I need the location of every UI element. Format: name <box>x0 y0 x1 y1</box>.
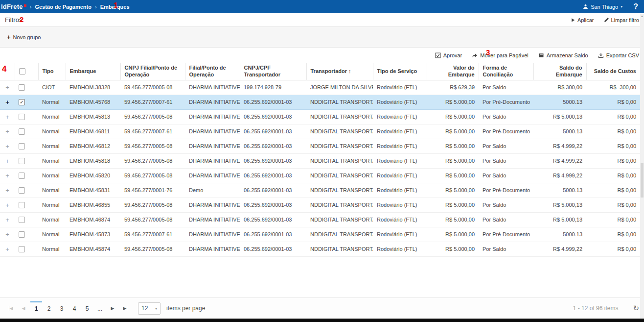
row-checkbox[interactable]: ✓ <box>19 99 25 105</box>
table-row[interactable]: +NormalEMBHOM.4681259.456.277/0005-08DHA… <box>0 139 640 153</box>
table-row[interactable]: +NormalEMBHOM.4582059.456.277/0005-08DHA… <box>0 168 640 183</box>
column-header-tipo[interactable]: Tipo <box>38 63 66 80</box>
header-checkbox-cell <box>15 63 38 80</box>
expand-row-icon[interactable]: + <box>5 172 9 179</box>
download-icon <box>598 52 604 58</box>
cell: R$ 5.000,00 <box>427 168 479 183</box>
column-header-filial[interactable]: Filial/Ponto de Operação <box>185 63 240 80</box>
table-row[interactable]: +CIOTEMBHOM.3832859.456.277/0005-08DHARM… <box>0 80 640 95</box>
approve-button[interactable]: Aprovar <box>435 52 462 58</box>
apply-filter-button[interactable]: Aplicar <box>571 17 594 23</box>
column-header-cnpj-cpf-transportador[interactable]: CNPJ/CPF Transportador <box>240 63 306 80</box>
new-group-button[interactable]: + Novo grupo <box>7 33 41 41</box>
table-row[interactable]: +NormalEMBHOM.4587459.456.277/0005-08DHA… <box>0 242 640 256</box>
row-checkbox[interactable] <box>19 128 25 135</box>
row-checkbox[interactable] <box>19 114 25 120</box>
column-header-transportador[interactable]: Transportador↑ <box>306 63 373 80</box>
table-row[interactable]: +NormalEMBHOM.4687459.456.277/0005-08DHA… <box>0 212 640 227</box>
cell: Por Saldo <box>479 242 533 256</box>
logo-text: ldFrete <box>1 3 23 10</box>
expand-row-icon[interactable]: + <box>5 128 9 135</box>
cell: R$ 4.999,22 <box>533 168 586 183</box>
table-row[interactable]: +NormalEMBHOM.4587359.456.277/0007-61DHA… <box>0 227 640 242</box>
row-checkbox[interactable] <box>19 173 25 179</box>
table-row[interactable]: +NormalEMBHOM.4681159.456.277/0007-61DHA… <box>0 124 640 139</box>
row-checkbox[interactable] <box>19 187 25 194</box>
cell: R$ 0,00 <box>586 124 640 139</box>
row-checkbox[interactable] <box>19 231 25 238</box>
app-logo[interactable]: ldFrete <box>1 3 26 10</box>
column-header-tipo-de-servico[interactable]: Tipo de Serviço <box>373 63 427 80</box>
page-button-4[interactable]: 4 <box>69 301 80 315</box>
table-row[interactable]: +NormalEMBHOM.4581359.456.277/0005-08DHA… <box>0 109 640 124</box>
scrollbar-up-arrow[interactable]: ▲ <box>640 14 644 19</box>
page-button-3[interactable]: 3 <box>56 301 68 315</box>
cell: Rodoviário (FTL) <box>373 95 427 109</box>
row-checkbox[interactable] <box>19 143 25 149</box>
table-row[interactable]: +NormalEMBHOM.4581859.456.277/0005-08DHA… <box>0 153 640 168</box>
export-csv-button[interactable]: Exportar CSV <box>598 52 639 58</box>
column-header-valor-do-embarque[interactable]: Valor do Embarque <box>427 63 479 80</box>
cell: DHARMA INITIATIVE <box>185 242 240 256</box>
column-header-forma-de-conciliacao[interactable]: Forma de Conciliação <box>479 63 533 80</box>
scrollbar-thumb[interactable] <box>641 163 644 198</box>
previous-page-button[interactable]: ◀ <box>18 302 29 314</box>
page-button-5[interactable]: 5 <box>81 301 93 315</box>
help-button[interactable]: ? <box>633 2 638 11</box>
row-checkbox[interactable] <box>19 217 25 223</box>
vertical-scrollbar[interactable]: ▲ <box>640 14 644 319</box>
refresh-icon[interactable]: ↻ <box>633 304 639 313</box>
cell: 59.456.277/0005-08 <box>120 168 185 183</box>
expand-cell: + <box>0 168 15 183</box>
column-header-saldo-de-custos[interactable]: Saldo de Custos <box>586 63 640 80</box>
expand-row-icon[interactable]: + <box>5 216 9 223</box>
cell: NDDIGITAL TRANSPORTADORA <box>306 242 373 256</box>
next-page-button[interactable]: ▶ <box>107 302 118 314</box>
cell: 59.456.277/0005-08 <box>120 139 185 153</box>
store-balance-button[interactable]: Armazenar Saldo <box>538 52 588 58</box>
cell: 06.255.692/0001-03 <box>240 242 306 256</box>
page-button-1[interactable]: 1 <box>30 301 42 315</box>
cell: DHARMA INITIATIVE <box>185 212 240 227</box>
row-checkbox[interactable] <box>19 246 25 252</box>
checkbox-cell <box>15 198 38 212</box>
expand-row-icon[interactable]: + <box>5 113 9 121</box>
row-checkbox[interactable] <box>19 84 25 91</box>
select-all-checkbox[interactable] <box>19 68 25 74</box>
move-to-payable-button[interactable]: Mover para Pagável <box>472 52 528 58</box>
cell: 59.456.277/0005-08 <box>120 153 185 168</box>
column-header-embarque[interactable]: Embarque <box>66 63 120 80</box>
user-menu[interactable]: San Thiago ▾ <box>583 4 622 10</box>
table-row[interactable]: +NormalEMBHOM.4583159.456.277/0001-76Dem… <box>0 183 640 198</box>
expand-row-icon[interactable]: + <box>5 157 9 165</box>
table-row[interactable]: +NormalEMBHOM.4685559.456.277/0005-08DHA… <box>0 198 640 212</box>
expand-row-icon[interactable]: + <box>5 246 9 253</box>
expand-row-icon[interactable]: + <box>5 231 9 238</box>
expand-row-icon[interactable]: + <box>5 99 9 106</box>
row-checkbox[interactable] <box>19 158 25 164</box>
page-button-2[interactable]: 2 <box>43 301 55 315</box>
clear-filter-button[interactable]: Limpar filtro <box>604 17 639 23</box>
checkbox-cell: ✓ <box>15 95 38 109</box>
cell: Por Saldo <box>479 212 533 227</box>
table-row[interactable]: +✓NormalEMBHOM.4576859.456.277/0007-61DH… <box>0 95 640 109</box>
cell: Normal <box>38 153 66 168</box>
cell: NDDIGITAL TRANSPORTADORA <box>306 227 373 242</box>
expand-row-icon[interactable]: + <box>5 187 9 194</box>
row-checkbox[interactable] <box>19 202 25 208</box>
column-header-saldo-do-embarque[interactable]: Saldo do Embarque <box>533 63 586 80</box>
column-header-cnpj-filial[interactable]: CNPJ Filial/Ponto de Operação <box>120 63 185 80</box>
breadcrumb-item-gestao-de-pagamento[interactable]: Gestão de Pagamento <box>35 4 92 10</box>
cell: Rodoviário (FTL) <box>373 124 427 139</box>
more-pages-button[interactable]: ... <box>94 301 106 315</box>
expand-row-icon[interactable]: + <box>5 84 9 91</box>
expand-row-icon[interactable]: + <box>5 201 9 209</box>
cell: 59.456.277/0005-08 <box>120 198 185 212</box>
expand-row-icon[interactable]: + <box>5 143 9 150</box>
cell: 59.456.277/0005-08 <box>120 242 185 256</box>
last-page-button[interactable]: ▶ <box>119 302 131 314</box>
first-page-button[interactable]: ◀ <box>5 302 17 314</box>
annotation-1: 1 <box>114 1 118 10</box>
cell: DHARMA INITIATIVE MG <box>185 227 240 242</box>
page-size-select[interactable]: 12 ▾ <box>138 302 161 315</box>
